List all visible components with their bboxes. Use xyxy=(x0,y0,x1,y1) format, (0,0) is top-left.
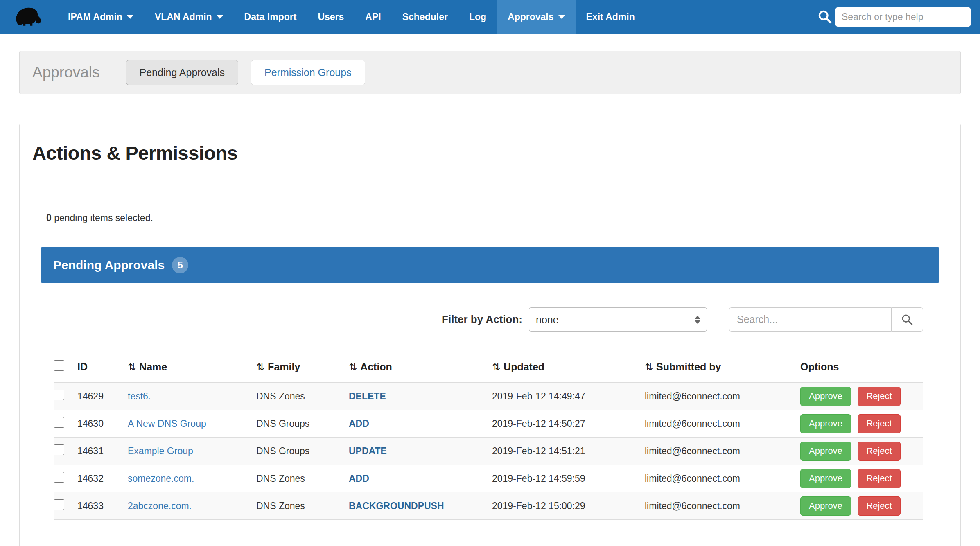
table-row: 14631 Example Group DNS Groups UPDATE 20… xyxy=(54,438,923,465)
navbar-spacer xyxy=(646,0,817,34)
row-checkbox[interactable] xyxy=(54,390,64,400)
selected-text: pending items selected. xyxy=(52,212,153,223)
table-search-input[interactable] xyxy=(729,307,891,332)
filter-action-select[interactable]: none xyxy=(529,307,707,332)
filter-by-action-label: Filter by Action: xyxy=(442,313,522,326)
cell-id: 14633 xyxy=(77,492,128,520)
cell-family: DNS Zones xyxy=(256,492,349,520)
search-icon xyxy=(901,314,913,326)
cell-id: 14630 xyxy=(77,410,128,438)
column-header-options: Options xyxy=(800,341,923,383)
nav-item-exit-admin[interactable]: Exit Admin xyxy=(576,0,646,34)
approve-button[interactable]: Approve xyxy=(800,387,851,406)
row-name-link[interactable]: Example Group xyxy=(128,446,193,456)
reject-button[interactable]: Reject xyxy=(858,414,900,433)
reject-button[interactable]: Reject xyxy=(858,469,900,488)
reject-button[interactable]: Reject xyxy=(858,496,900,516)
approve-button[interactable]: Approve xyxy=(800,496,851,516)
row-name-link[interactable]: somezone.com. xyxy=(128,473,194,484)
cell-action: BACKGROUNDPUSH xyxy=(349,492,492,520)
cell-updated: 2019-Feb-12 14:51:21 xyxy=(492,438,645,465)
cell-submitted-by: limited@6connect.com xyxy=(645,410,800,438)
page-title: Actions & Permissions xyxy=(32,142,939,164)
cell-family: DNS Zones xyxy=(256,465,349,492)
pending-approvals-table: ID ⇅Name ⇅Family ⇅Action ⇅Updated ⇅Submi… xyxy=(54,341,923,520)
reject-button[interactable]: Reject xyxy=(858,442,900,461)
cell-submitted-by: limited@6connect.com xyxy=(645,465,800,492)
cell-updated: 2019-Feb-12 14:59:59 xyxy=(492,465,645,492)
sort-icon: ⇅ xyxy=(128,361,136,373)
nav-item-log[interactable]: Log xyxy=(458,0,497,34)
sort-icon: ⇅ xyxy=(492,361,500,373)
cell-family: DNS Zones xyxy=(256,383,349,410)
nav-item-api[interactable]: API xyxy=(355,0,391,34)
sort-icon: ⇅ xyxy=(645,361,653,373)
approvals-subheader: Approvals Pending Approvals Permission G… xyxy=(19,51,961,94)
cell-action: UPDATE xyxy=(349,438,492,465)
cell-action: ADD xyxy=(349,465,492,492)
table-row: 14630 A New DNS Group DNS Groups ADD 201… xyxy=(54,410,923,438)
pending-approvals-header: Pending Approvals 5 xyxy=(41,247,939,283)
navbar-menu: IPAM AdminVLAN AdminData ImportUsersAPIS… xyxy=(57,0,646,34)
nav-item-label: API xyxy=(365,11,381,23)
cell-submitted-by: limited@6connect.com xyxy=(645,383,800,410)
row-name-link[interactable]: test6. xyxy=(128,391,151,402)
column-header-submitted-by[interactable]: ⇅Submitted by xyxy=(645,341,800,383)
nav-item-ipam-admin[interactable]: IPAM Admin xyxy=(57,0,144,34)
column-header-family[interactable]: ⇅Family xyxy=(256,341,349,383)
filter-action-select-wrap: none xyxy=(529,307,707,332)
top-navbar: IPAM AdminVLAN AdminData ImportUsersAPIS… xyxy=(0,0,980,34)
row-checkbox[interactable] xyxy=(54,417,64,428)
cell-action: ADD xyxy=(349,410,492,438)
sort-icon: ⇅ xyxy=(256,361,264,373)
mammoth-logo-icon xyxy=(13,4,45,29)
row-checkbox[interactable] xyxy=(54,499,64,510)
cell-id: 14631 xyxy=(77,438,128,465)
approvals-table-body: 14629 test6. DNS Zones DELETE 2019-Feb-1… xyxy=(54,383,923,520)
pending-approvals-title: Pending Approvals xyxy=(53,258,165,272)
tab-permission-groups[interactable]: Permission Groups xyxy=(251,60,365,85)
table-search-group xyxy=(729,307,923,332)
approve-button[interactable]: Approve xyxy=(800,414,851,433)
approvals-table-box: Filter by Action: none xyxy=(41,298,939,535)
cell-updated: 2019-Feb-12 15:00:29 xyxy=(492,492,645,520)
row-checkbox[interactable] xyxy=(54,444,64,455)
nav-item-approvals[interactable]: Approvals xyxy=(497,0,575,34)
sort-icon: ⇅ xyxy=(349,361,357,373)
nav-item-label: Approvals xyxy=(508,11,553,23)
table-row: 14629 test6. DNS Zones DELETE 2019-Feb-1… xyxy=(54,383,923,410)
nav-item-label: Users xyxy=(318,11,344,23)
cell-action: DELETE xyxy=(349,383,492,410)
cell-id: 14632 xyxy=(77,465,128,492)
row-checkbox[interactable] xyxy=(54,472,64,483)
chevron-down-icon xyxy=(127,15,133,19)
cell-submitted-by: limited@6connect.com xyxy=(645,492,800,520)
provision-logo[interactable] xyxy=(0,0,57,34)
table-header-row: ID ⇅Name ⇅Family ⇅Action ⇅Updated ⇅Submi… xyxy=(54,341,923,383)
nav-item-label: VLAN Admin xyxy=(155,11,212,23)
selected-count: 0 xyxy=(46,212,52,223)
nav-item-label: IPAM Admin xyxy=(68,11,122,23)
column-header-name[interactable]: ⇅Name xyxy=(128,341,256,383)
table-search-button[interactable] xyxy=(891,307,923,332)
nav-item-data-import[interactable]: Data Import xyxy=(234,0,307,34)
approve-button[interactable]: Approve xyxy=(800,469,851,488)
reject-button[interactable]: Reject xyxy=(858,387,900,406)
nav-item-scheduler[interactable]: Scheduler xyxy=(392,0,458,34)
column-header-updated[interactable]: ⇅Updated xyxy=(492,341,645,383)
cell-id: 14629 xyxy=(77,383,128,410)
row-name-link[interactable]: 2abczone.com. xyxy=(128,501,192,511)
column-header-id[interactable]: ID xyxy=(77,341,128,383)
approve-button[interactable]: Approve xyxy=(800,442,851,461)
nav-item-vlan-admin[interactable]: VLAN Admin xyxy=(144,0,234,34)
selected-count-line: 0 pending items selected. xyxy=(46,212,939,223)
global-search-input[interactable] xyxy=(835,7,971,27)
column-header-action[interactable]: ⇅Action xyxy=(349,341,492,383)
navbar-search xyxy=(817,0,971,34)
nav-item-users[interactable]: Users xyxy=(307,0,355,34)
chevron-down-icon xyxy=(217,15,223,19)
row-name-link[interactable]: A New DNS Group xyxy=(128,418,206,429)
select-all-checkbox[interactable] xyxy=(54,360,64,371)
tab-pending-approvals[interactable]: Pending Approvals xyxy=(126,60,238,85)
chevron-down-icon xyxy=(558,15,565,19)
